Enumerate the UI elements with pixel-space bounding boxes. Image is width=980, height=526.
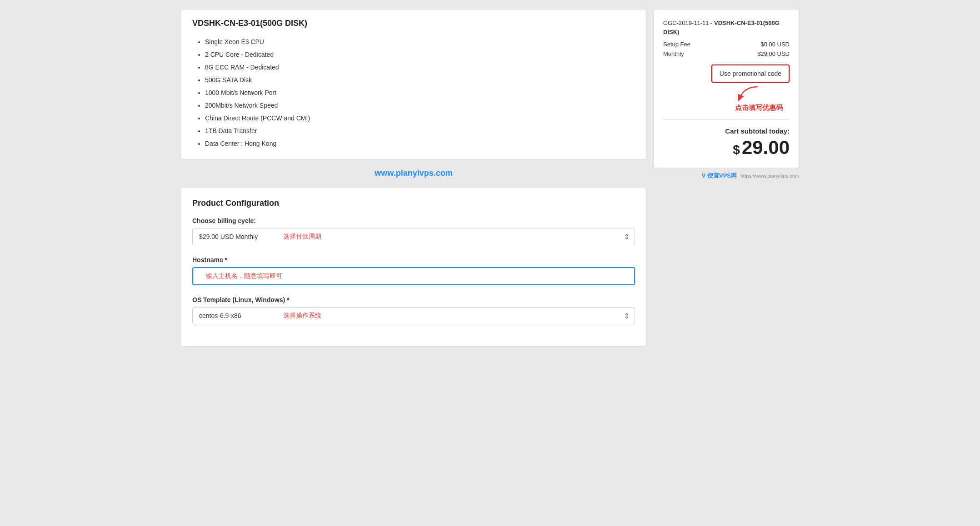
watermark: www.pianyivps.com bbox=[181, 165, 646, 182]
sidebar: GGC-2019-11-11 - VDSHK-CN-E3-01(500G DIS… bbox=[654, 9, 799, 347]
main-content: VDSHK-CN-E3-01(500G DISK) Single Xeon E3… bbox=[181, 9, 646, 347]
feature-item: Single Xeon E3 CPU bbox=[205, 35, 635, 48]
order-title-prefix: GGC-2019-11-11 - bbox=[663, 20, 714, 26]
order-summary: GGC-2019-11-11 - VDSHK-CN-E3-01(500G DIS… bbox=[654, 9, 799, 168]
os-template-section: OS Template (Linux, Windows) * centos-6.… bbox=[192, 296, 635, 324]
setup-fee-row: Setup Fee $0.00 USD bbox=[663, 41, 790, 48]
monthly-label: Monthly bbox=[663, 50, 684, 57]
billing-cycle-section: Choose billing cycle: $29.00 USD Monthly… bbox=[192, 217, 635, 245]
setup-fee-value: $0.00 USD bbox=[760, 41, 790, 48]
setup-fee-label: Setup Fee bbox=[663, 41, 690, 48]
feature-item: China Direct Route (PCCW and CMI) bbox=[205, 112, 635, 124]
monthly-value: $29.00 USD bbox=[757, 50, 790, 57]
cart-subtotal-label: Cart subtotal today: bbox=[663, 127, 790, 135]
product-features-list: Single Xeon E3 CPU2 CPU Core - Dedicated… bbox=[192, 35, 635, 150]
order-title: GGC-2019-11-11 - VDSHK-CN-E3-01(500G DIS… bbox=[663, 19, 790, 36]
feature-item: 200Mbit/s Network Speed bbox=[205, 99, 635, 112]
feature-item: 1000 Mbit/s Network Port bbox=[205, 86, 635, 99]
feature-item: Data Center : Hong Kong bbox=[205, 137, 635, 150]
hostname-label: Hostname * bbox=[192, 256, 635, 263]
config-card: Product Configuration Choose billing cyc… bbox=[181, 187, 646, 347]
cart-subtotal-price: $ 29.00 bbox=[663, 137, 790, 159]
cart-amount: 29.00 bbox=[742, 137, 790, 159]
dollar-sign: $ bbox=[733, 143, 740, 157]
footer-logo: V 便宜VPS网 bbox=[702, 172, 737, 180]
product-card: VDSHK-CN-E3-01(500G DISK) Single Xeon E3… bbox=[181, 9, 646, 159]
billing-cycle-label: Choose billing cycle: bbox=[192, 217, 635, 224]
summary-divider bbox=[663, 119, 790, 120]
footer-url: https://www.pianyivps.com bbox=[740, 173, 799, 179]
promo-annotation-text: 点击填写优惠码 bbox=[735, 104, 783, 112]
sidebar-footer: V 便宜VPS网 https://www.pianyivps.com bbox=[654, 168, 799, 184]
promo-section: Use promotional code 点击填写优惠码 bbox=[663, 65, 790, 112]
promo-arrow-icon bbox=[735, 84, 762, 103]
hostname-section: Hostname * 输入主机名，随意填写即可 bbox=[192, 256, 635, 285]
config-title: Product Configuration bbox=[192, 198, 635, 208]
product-title: VDSHK-CN-E3-01(500G DISK) bbox=[192, 19, 635, 28]
feature-item: 500G SATA Disk bbox=[205, 74, 635, 86]
feature-item: 8G ECC RAM - Dedicated bbox=[205, 61, 635, 74]
promo-arrow-annotation: 点击填写优惠码 bbox=[735, 84, 790, 112]
hostname-input[interactable] bbox=[192, 267, 635, 285]
os-template-select[interactable]: centos-6.9-x86 bbox=[192, 307, 635, 324]
feature-item: 2 CPU Core - Dedicated bbox=[205, 48, 635, 61]
promo-code-button[interactable]: Use promotional code bbox=[711, 65, 790, 83]
os-template-label: OS Template (Linux, Windows) * bbox=[192, 296, 635, 303]
feature-item: 1TB Data Transfer bbox=[205, 124, 635, 137]
billing-cycle-select[interactable]: $29.00 USD Monthly bbox=[192, 228, 635, 245]
monthly-row: Monthly $29.00 USD bbox=[663, 50, 790, 57]
